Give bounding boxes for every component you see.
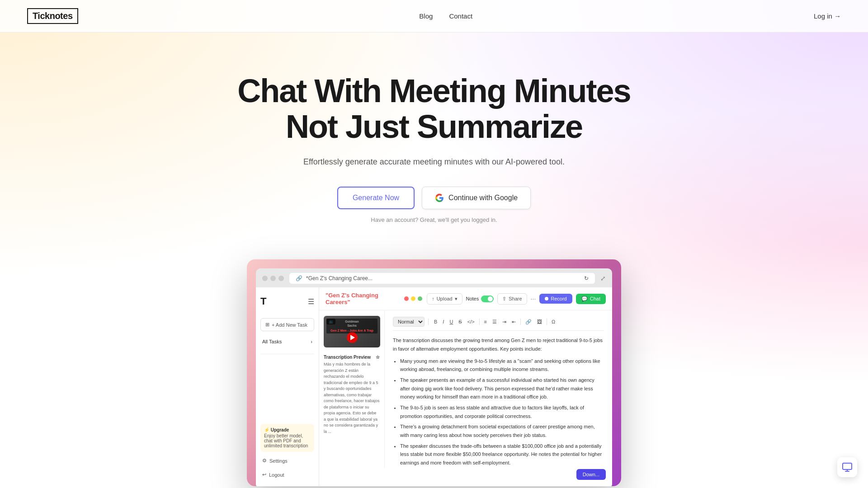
nav-blog[interactable]: Blog	[419, 12, 433, 20]
bottom-toolbar: Down...	[319, 468, 612, 486]
svg-rect-0	[843, 463, 852, 469]
upgrade-section: ⚡ Upgrade Enjoy better model, chat with …	[260, 424, 314, 452]
image-icon[interactable]: 🖼	[535, 318, 544, 325]
outdent-icon[interactable]: ⇤	[510, 318, 518, 326]
play-button[interactable]	[347, 332, 358, 343]
monitor-icon-button[interactable]	[837, 457, 857, 477]
content-intro: The transcription discusses the growing …	[393, 336, 604, 353]
screenshot-wrapper: 🔗 *Gen Z's Changing Caree... ↻ ⤢ T ☰ ⊞ +…	[247, 259, 621, 486]
star-outline-icon[interactable]: ☆	[376, 355, 380, 360]
bold-icon[interactable]: B	[432, 318, 439, 325]
hero-title-line2: Not Just Summarize	[286, 108, 582, 145]
format-icons: B I U S </> ≡ ☰ ⇥ ⇤ 🔗	[432, 318, 557, 326]
expand-icon[interactable]: ⤢	[600, 275, 606, 282]
monitor-svg-icon	[842, 462, 853, 473]
video-thumb-bg: 📺 GoldmanSachs Gen Z Men - Jobs Are A Tr…	[324, 316, 380, 347]
browser-chrome: 🔗 *Gen Z's Changing Caree... ↻ ⤢	[256, 268, 612, 287]
chat-button[interactable]: 💬 Chat	[576, 294, 606, 304]
nav-contact[interactable]: Contact	[449, 12, 472, 20]
browser-dots	[262, 276, 284, 281]
strikethrough-icon[interactable]: S	[457, 318, 463, 325]
share-button[interactable]: ⇧ Share	[497, 293, 527, 305]
transcription-text: Más y más hombres de la generación Z est…	[324, 361, 380, 435]
video-thumbnail[interactable]: 📺 GoldmanSachs Gen Z Men - Jobs Are A Tr…	[324, 316, 380, 347]
format-sep-1	[428, 319, 429, 325]
plus-icon: ⊞	[265, 322, 269, 328]
chevron-down-icon: ▾	[455, 296, 458, 302]
hero-buttons: Generate Now Continue with Google	[27, 187, 841, 209]
all-tasks-item[interactable]: All Tasks ›	[260, 337, 314, 347]
record-button[interactable]: Record	[539, 294, 572, 304]
notes-toggle[interactable]: Notes	[466, 296, 494, 302]
logo[interactable]: Ticknotes	[27, 8, 78, 24]
sidebar-logo: T	[260, 294, 266, 309]
record-dot-icon	[545, 297, 548, 300]
upgrade-title: ⚡ Upgrade	[264, 427, 311, 432]
hero-section: Chat With Meeting Minutes Not Just Summa…	[0, 33, 868, 250]
address-text: *Gen Z's Changing Caree...	[306, 275, 373, 282]
dot-red	[404, 296, 409, 301]
sidebar-logout[interactable]: ↩ Logout	[260, 469, 314, 480]
app-sidebar: T ☰ ⊞ + Add New Task All Tasks › ⚡	[256, 287, 319, 486]
bullet-5: The speaker discusses the trade-offs bet…	[400, 442, 604, 467]
sidebar-menu-icon[interactable]: ☰	[308, 297, 314, 306]
chain-icon: 🔗	[296, 275, 302, 282]
hero-title: Chat With Meeting Minutes Not Just Summa…	[27, 73, 841, 145]
all-tasks-label: All Tasks	[262, 339, 282, 344]
download-button[interactable]: Down...	[576, 469, 606, 480]
chat-icon: 💬	[581, 296, 588, 302]
format-sep-4	[547, 319, 547, 325]
sidebar-bottom: ⚡ Upgrade Enjoy better model, chat with …	[260, 424, 314, 480]
indent-icon[interactable]: ⇥	[500, 318, 508, 326]
editor-content[interactable]: The transcription discusses the growing …	[393, 336, 604, 468]
sidebar-header: T ☰	[260, 294, 314, 309]
chevron-right-icon: ›	[311, 339, 312, 344]
generate-now-button[interactable]: Generate Now	[337, 187, 415, 209]
screenshot-container: 🔗 *Gen Z's Changing Caree... ↻ ⤢ T ☰ ⊞ +…	[0, 250, 868, 486]
code-icon[interactable]: </>	[466, 318, 476, 325]
editor-format-toolbar: Normal B I U S </> ≡ ☰	[393, 317, 604, 331]
style-select[interactable]: Normal	[393, 317, 425, 327]
notes-toggle-pill[interactable]	[481, 296, 494, 302]
google-button-label: Continue with Google	[448, 194, 518, 202]
browser-dot-green	[278, 276, 284, 281]
hero-subtitle: Effortlessly generate accurate meeting m…	[27, 155, 841, 169]
underline-icon[interactable]: U	[448, 318, 455, 325]
clear-format-icon[interactable]: Ω	[550, 318, 557, 325]
video-title: GoldmanSachs Gen Z Men - Jobs Are A Trap	[326, 319, 377, 333]
more-options-icon[interactable]: ···	[531, 295, 536, 302]
transcription-title: Transcription Preview ☆	[324, 355, 380, 360]
ordered-list-icon[interactable]: ≡	[482, 318, 489, 325]
nav-links: Blog Contact	[419, 12, 472, 20]
app-content: T ☰ ⊞ + Add New Task All Tasks › ⚡	[256, 287, 612, 486]
format-sep-2	[479, 319, 480, 325]
browser-addressbar[interactable]: 🔗 *Gen Z's Changing Caree... ↻	[289, 273, 595, 284]
app-main: "Gen Z's Changing Careers" ↑ Upload ▾	[319, 287, 612, 486]
link-icon[interactable]: 🔗	[524, 318, 533, 326]
editor-area: 📺 GoldmanSachs Gen Z Men - Jobs Are A Tr…	[319, 310, 612, 468]
upload-icon: ↑	[432, 296, 434, 301]
app-toolbar: "Gen Z's Changing Careers" ↑ Upload ▾	[319, 287, 612, 310]
bullet-3: The 9-to-5 job is seen as less stable an…	[400, 404, 604, 420]
upload-button[interactable]: ↑ Upload ▾	[427, 293, 462, 305]
document-title: "Gen Z's Changing Careers"	[326, 292, 400, 305]
add-new-task-button[interactable]: ⊞ + Add New Task	[260, 318, 314, 331]
navbar: Ticknotes Blog Contact Log in →	[0, 0, 868, 33]
browser-dot-red	[262, 276, 268, 281]
sidebar-settings[interactable]: ⚙ Settings	[260, 455, 314, 466]
login-hint: Have an account? Great, we'll get you lo…	[27, 216, 841, 223]
italic-icon[interactable]: I	[441, 318, 446, 325]
upgrade-text: Enjoy better model, chat with PDF and un…	[264, 433, 311, 448]
editor-right-panel[interactable]: Normal B I U S </> ≡ ☰	[385, 310, 612, 468]
bullet-1: Many young men are viewing the 9-to-5 li…	[400, 357, 604, 374]
dot-green	[418, 296, 422, 301]
video-goldman-tag: GoldmanSachs	[328, 319, 376, 328]
unordered-list-icon[interactable]: ☰	[491, 318, 499, 326]
continue-with-google-button[interactable]: Continue with Google	[422, 187, 531, 209]
editor-left-panel: 📺 GoldmanSachs Gen Z Men - Jobs Are A Tr…	[319, 310, 385, 468]
login-link[interactable]: Log in →	[814, 12, 841, 20]
logout-icon: ↩	[262, 472, 266, 478]
refresh-icon[interactable]: ↻	[584, 275, 589, 282]
bullet-list: Many young men are viewing the 9-to-5 li…	[393, 357, 604, 469]
hero-title-line1: Chat With Meeting Minutes	[237, 73, 630, 109]
